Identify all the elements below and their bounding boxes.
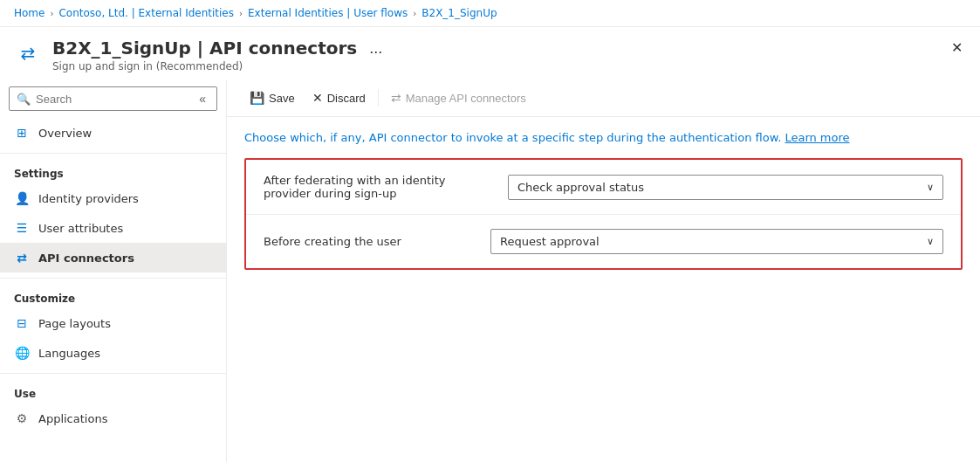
sidebar-item-api-connectors[interactable]: ⇄ API connectors <box>0 243 226 272</box>
connector-row-1: After federating with an identity provid… <box>246 160 961 215</box>
learn-more-link[interactable]: Learn more <box>785 131 849 144</box>
sidebar-divider-1 <box>0 153 226 154</box>
sidebar-item-overview[interactable]: ⊞ Overview <box>0 118 226 148</box>
applications-icon: ⚙ <box>14 410 30 426</box>
toolbar: 💾 Save ✕ Discard ⇄ Manage API connectors <box>227 79 980 117</box>
manage-api-connectors-button[interactable]: ⇄ Manage API connectors <box>382 86 535 109</box>
collapse-button[interactable]: « <box>195 92 209 106</box>
breadcrumb-contoso[interactable]: Contoso, Ltd. | External Identities <box>58 7 234 19</box>
overview-icon: ⊞ <box>14 125 30 141</box>
applications-label: Applications <box>38 412 107 425</box>
identity-providers-label: Identity providers <box>38 192 139 205</box>
connector-row-2: Before creating the user Request approva… <box>246 215 961 268</box>
sidebar-divider-3 <box>0 373 226 374</box>
connector-select-2-value: Request approval <box>500 235 600 248</box>
manage-label: Manage API connectors <box>406 92 526 105</box>
connector-label-2: Before creating the user <box>264 235 473 248</box>
breadcrumb-userflows[interactable]: External Identities | User flows <box>248 7 408 19</box>
breadcrumb: Home › Contoso, Ltd. | External Identiti… <box>0 0 980 27</box>
sidebar-divider-2 <box>0 278 226 279</box>
save-button[interactable]: 💾 Save <box>241 86 304 109</box>
sidebar-item-applications[interactable]: ⚙ Applications <box>0 403 226 433</box>
sidebar-item-languages[interactable]: 🌐 Languages <box>0 338 226 368</box>
connector-select-1-value: Check approval status <box>517 181 644 194</box>
page-layouts-label: Page layouts <box>38 317 111 330</box>
search-box[interactable]: 🔍 « <box>9 86 217 111</box>
close-button[interactable]: ✕ <box>948 38 966 59</box>
sidebar-item-identity-providers[interactable]: 👤 Identity providers <box>0 183 226 213</box>
use-section: Use <box>0 379 226 403</box>
languages-label: Languages <box>38 347 100 360</box>
chevron-down-icon-2: ∨ <box>927 236 934 247</box>
page-layouts-icon: ⊟ <box>14 315 30 331</box>
user-attributes-icon: ☰ <box>14 220 30 236</box>
identity-providers-icon: 👤 <box>14 190 30 206</box>
sidebar: 🔍 « ⊞ Overview Settings 👤 Identity provi… <box>0 79 227 462</box>
breadcrumb-sep-3: › <box>413 9 416 18</box>
breadcrumb-b2x[interactable]: B2X_1_SignUp <box>421 7 497 19</box>
connector-select-2[interactable]: Request approval ∨ <box>490 229 943 254</box>
search-icon: 🔍 <box>17 93 31 106</box>
breadcrumb-sep-2: › <box>239 9 243 18</box>
customize-section: Customize <box>0 284 226 308</box>
languages-icon: 🌐 <box>14 345 30 361</box>
connector-select-1[interactable]: Check approval status ∨ <box>508 175 943 200</box>
breadcrumb-home[interactable]: Home <box>14 7 45 19</box>
connector-label-1: After federating with an identity provid… <box>264 174 490 200</box>
connector-box: After federating with an identity provid… <box>244 158 963 270</box>
layout: 🔍 « ⊞ Overview Settings 👤 Identity provi… <box>0 79 980 462</box>
discard-button[interactable]: ✕ Discard <box>304 86 374 109</box>
api-connectors-label: API connectors <box>38 252 134 265</box>
sidebar-item-user-attributes[interactable]: ☰ User attributes <box>0 213 226 243</box>
main-content: 💾 Save ✕ Discard ⇄ Manage API connectors… <box>227 79 980 462</box>
discard-label: Discard <box>327 92 366 105</box>
info-text: Choose which, if any, API connector to i… <box>244 131 963 144</box>
save-icon: 💾 <box>250 91 264 105</box>
page-icon: ⇄ <box>14 39 42 67</box>
manage-icon: ⇄ <box>391 91 401 105</box>
page-header: ⇄ B2X_1_SignUp | API connectors ... Sign… <box>0 27 980 79</box>
content-area: Choose which, if any, API connector to i… <box>227 117 980 284</box>
settings-section: Settings <box>0 159 226 183</box>
save-label: Save <box>269 92 295 105</box>
breadcrumb-sep-1: › <box>50 9 53 18</box>
discard-icon: ✕ <box>312 91 323 105</box>
user-attributes-label: User attributes <box>38 222 123 235</box>
chevron-down-icon-1: ∨ <box>927 182 934 193</box>
page-subtitle: Sign up and sign in (Recommended) <box>52 60 386 72</box>
search-input[interactable] <box>36 93 190 106</box>
page-title-text: B2X_1_SignUp | API connectors <box>52 38 357 59</box>
api-connectors-icon: ⇄ <box>14 250 30 265</box>
toolbar-separator <box>378 89 379 107</box>
more-button[interactable]: ... <box>366 40 386 56</box>
sidebar-item-page-layouts[interactable]: ⊟ Page layouts <box>0 308 226 338</box>
overview-label: Overview <box>38 127 92 140</box>
